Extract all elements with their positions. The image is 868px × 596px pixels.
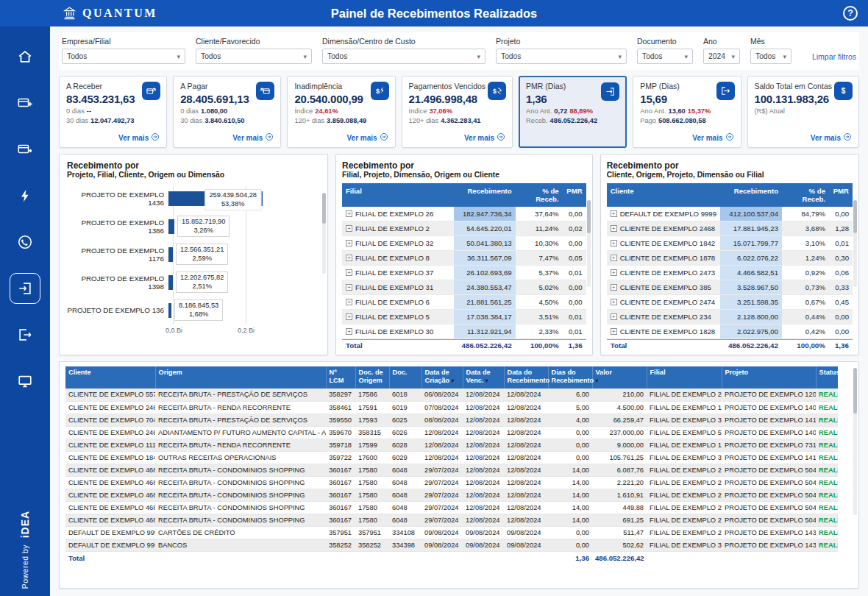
expand-plus-icon[interactable]: + bbox=[346, 240, 352, 246]
column-header-1[interactable]: Cliente bbox=[607, 183, 720, 207]
card-out-icon[interactable] bbox=[142, 82, 160, 100]
ver-mais-link[interactable]: Ver mais bbox=[464, 132, 505, 143]
expand-plus-icon[interactable]: + bbox=[611, 225, 617, 232]
filter-dropdown[interactable]: Todos▾ bbox=[62, 49, 185, 64]
expand-plus-icon[interactable]: + bbox=[346, 255, 352, 261]
column-header-12[interactable]: Projeto bbox=[722, 366, 816, 389]
table-row[interactable]: CLIENTE DE EXEMPLO 1842OUTRAS RECEITAS O… bbox=[65, 451, 838, 464]
filter-dropdown[interactable]: Todos▾ bbox=[322, 49, 485, 64]
table-row[interactable]: +CLIENTE DE EXEMPLO 18282.022.975,000,42… bbox=[607, 324, 853, 339]
scrollbar[interactable] bbox=[853, 200, 857, 287]
table-row[interactable]: +FILIAL DE EXEMPLO 3011.312.921,942,33%0… bbox=[342, 324, 586, 339]
help-button[interactable]: ? bbox=[843, 6, 858, 21]
ver-mais-link[interactable]: Ver mais bbox=[692, 132, 733, 143]
table-row[interactable]: CLIENTE DE EXEMPLO 4662RECEITA BRUTA - C… bbox=[65, 464, 838, 476]
table-row[interactable]: +CLIENTE DE EXEMPLO 3853.528.967,500,73%… bbox=[607, 280, 853, 295]
table-row[interactable]: +FILIAL DE EXEMPLO 3726.102.693,695,37%0… bbox=[342, 266, 586, 280]
column-header-5[interactable]: Doc. bbox=[389, 366, 421, 389]
table-row[interactable]: +DEFAULT DE EXEMPLO 9999412.100.537,0484… bbox=[607, 207, 853, 221]
column-header-10[interactable]: Valor bbox=[592, 366, 647, 389]
table-row[interactable]: +CLIENTE DE EXEMPLO 246817.881.945,233,6… bbox=[607, 221, 853, 236]
scrollbar-thumb[interactable] bbox=[587, 200, 591, 233]
expand-plus-icon[interactable]: + bbox=[611, 269, 617, 276]
kpi-card-2[interactable]: A Pagar28.405.691,130 dias1.080,0030 dia… bbox=[173, 76, 281, 148]
scrollbar[interactable] bbox=[853, 368, 857, 515]
expand-plus-icon[interactable]: + bbox=[346, 284, 352, 291]
expand-plus-icon[interactable]: + bbox=[611, 284, 617, 291]
kpi-card-1[interactable]: A Receber83.453.231,630 dias--30 dias12.… bbox=[59, 76, 167, 148]
table-row[interactable]: DEFAULT DE EXEMPLO 9999BANCOS35825235825… bbox=[65, 539, 838, 551]
scrollbar-thumb[interactable] bbox=[322, 193, 326, 224]
table-row[interactable]: CLIENTE DE EXEMPLO 4662RECEITA BRUTA - C… bbox=[65, 489, 838, 501]
expand-plus-icon[interactable]: + bbox=[346, 328, 352, 335]
column-header-3[interactable]: % de Receb. bbox=[516, 183, 563, 207]
expand-plus-icon[interactable]: + bbox=[611, 240, 617, 246]
box-arrow-in-icon[interactable] bbox=[601, 82, 619, 101]
column-header-3[interactable]: Nº LCM bbox=[326, 366, 355, 389]
filter-dropdown[interactable]: Todos▾ bbox=[637, 49, 693, 64]
column-header-1[interactable]: Filial bbox=[342, 183, 454, 207]
kpi-card-6[interactable]: PMP (Dias)15,69Ano Ant.13,6015,37%Pago50… bbox=[633, 76, 741, 148]
table-row[interactable]: CLIENTE DE EXEMPLO 2468ADIANTAMENTO P/ F… bbox=[65, 426, 838, 439]
table-row[interactable]: +FILIAL DE EXEMPLO 3124.380.553,475,02%0… bbox=[342, 280, 586, 295]
sidebar-item-4[interactable] bbox=[10, 180, 40, 211]
table-row[interactable]: +CLIENTE DE EXEMPLO 24743.251.598,350,67… bbox=[607, 295, 853, 310]
filter-dropdown[interactable]: 2024▾ bbox=[703, 49, 740, 64]
table-row[interactable]: CLIENTE DE EXEMPLO 1112RECEITA BRUTA - R… bbox=[65, 439, 838, 451]
ver-mais-link[interactable]: Ver mais bbox=[346, 132, 388, 143]
expand-plus-icon[interactable]: + bbox=[346, 210, 352, 217]
expand-plus-icon[interactable]: + bbox=[611, 299, 617, 305]
chart-bar[interactable] bbox=[168, 219, 174, 234]
expand-plus-icon[interactable]: + bbox=[611, 210, 617, 217]
ver-mais-link[interactable]: Ver mais bbox=[232, 132, 274, 143]
column-header-9[interactable]: Dias do Recebimento▾ bbox=[548, 366, 592, 389]
scrollbar-thumb[interactable] bbox=[853, 368, 857, 414]
scrollbar[interactable] bbox=[322, 193, 326, 274]
expand-plus-icon[interactable]: + bbox=[346, 299, 352, 305]
expand-plus-icon[interactable]: + bbox=[611, 313, 617, 320]
column-header-4[interactable]: Doc. de Origem bbox=[355, 366, 389, 389]
sidebar-item-3[interactable] bbox=[10, 134, 40, 165]
expand-plus-icon[interactable]: + bbox=[611, 328, 617, 335]
column-header-2[interactable]: Origem bbox=[155, 366, 326, 389]
table-row[interactable]: +FILIAL DE EXEMPLO 26182.947.736,3437,64… bbox=[342, 207, 586, 221]
sidebar-item-6[interactable] bbox=[10, 273, 40, 304]
chart-bar[interactable] bbox=[168, 275, 173, 290]
sidebar-item-5[interactable] bbox=[10, 227, 40, 258]
expand-plus-icon[interactable]: + bbox=[346, 269, 352, 276]
table-row[interactable]: CLIENTE DE EXEMPLO 2468RECEITA BRUTA - R… bbox=[65, 401, 838, 414]
column-header-11[interactable]: Filial bbox=[647, 366, 722, 389]
column-header-13[interactable]: Status bbox=[816, 366, 838, 389]
column-header-1[interactable]: Cliente bbox=[65, 366, 155, 389]
ver-mais-link[interactable]: Ver mais bbox=[118, 132, 160, 143]
expand-plus-icon[interactable]: + bbox=[346, 225, 352, 232]
scrollbar-thumb[interactable] bbox=[853, 200, 857, 233]
table-row[interactable]: CLIENTE DE EXEMPLO 5570RECEITA BRUTA - P… bbox=[65, 389, 838, 401]
table-row[interactable]: +FILIAL DE EXEMPLO 254.645.220,0111,24%0… bbox=[342, 221, 586, 236]
table-row[interactable]: DEFAULT DE EXEMPLO 9999CARTÕES DE CRÉDIT… bbox=[65, 526, 838, 539]
table-row[interactable]: CLIENTE DE EXEMPLO 4662RECEITA BRUTA - C… bbox=[65, 501, 838, 514]
box-arrow-out-icon[interactable] bbox=[716, 82, 735, 100]
table-row[interactable]: +CLIENTE DE EXEMPLO 24734.466.582,510,92… bbox=[607, 266, 853, 280]
table-row[interactable]: +CLIENTE DE EXEMPLO 2342.128.800,000,44%… bbox=[607, 310, 853, 324]
table-row[interactable]: CLIENTE DE EXEMPLO 7046RECEITA BRUTA - P… bbox=[65, 414, 838, 426]
table-row[interactable]: +FILIAL DE EXEMPLO 836.311.567,097,47%0,… bbox=[342, 251, 586, 266]
table-row[interactable]: +CLIENTE DE EXEMPLO 184215.071.799,773,1… bbox=[607, 236, 853, 251]
table-row[interactable]: +FILIAL DE EXEMPLO 621.881.561,254,50%0,… bbox=[342, 295, 586, 310]
ver-mais-link[interactable]: Ver mais bbox=[811, 132, 852, 143]
column-header-2[interactable]: Recebimento bbox=[720, 183, 782, 207]
expand-plus-icon[interactable]: + bbox=[346, 313, 352, 320]
kpi-card-3[interactable]: Inadimplência$20.540.000,99Índice24,61%1… bbox=[287, 76, 395, 148]
table-row[interactable]: +FILIAL DE EXEMPLO 517.038.384,173,51%0,… bbox=[342, 310, 586, 324]
sidebar-item-8[interactable] bbox=[10, 366, 40, 397]
dollar-flash-icon[interactable]: $ bbox=[371, 82, 389, 100]
dollar-refresh-icon[interactable]: $ bbox=[488, 82, 506, 100]
table-row[interactable]: +FILIAL DE EXEMPLO 3250.041.380,1310,30%… bbox=[342, 236, 586, 251]
kpi-card-7[interactable]: Saldo Total em Contas$100.131.983,26(R$)… bbox=[747, 76, 859, 148]
column-header-4[interactable]: PMR bbox=[829, 183, 853, 207]
column-header-4[interactable]: PMR bbox=[563, 183, 586, 207]
table-row[interactable]: CLIENTE DE EXEMPLO 4662RECEITA BRUTA - C… bbox=[65, 476, 838, 489]
column-header-6[interactable]: Data de Criação▾ bbox=[421, 366, 463, 389]
card-in-icon[interactable] bbox=[256, 82, 274, 100]
expand-plus-icon[interactable]: + bbox=[611, 255, 617, 261]
